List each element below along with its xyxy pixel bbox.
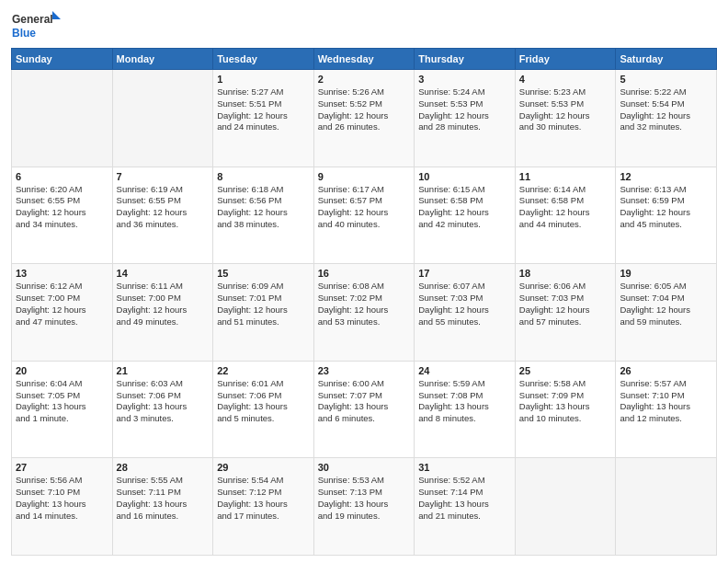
day-number: 16 [318, 268, 411, 279]
logo-svg: General Blue [11, 9, 63, 42]
svg-text:Blue: Blue [12, 27, 36, 40]
weekday-header-saturday: Saturday [616, 49, 717, 70]
day-number: 23 [318, 365, 411, 376]
day-number: 29 [217, 462, 310, 473]
calendar-cell: 20Sunrise: 6:04 AM Sunset: 7:05 PM Dayli… [12, 361, 113, 458]
calendar-cell: 5Sunrise: 5:22 AM Sunset: 5:54 PM Daylig… [616, 70, 717, 167]
calendar-cell: 7Sunrise: 6:19 AM Sunset: 6:55 PM Daylig… [112, 167, 213, 264]
calendar-week-3: 13Sunrise: 6:12 AM Sunset: 7:00 PM Dayli… [12, 264, 717, 362]
day-info: Sunrise: 5:26 AM Sunset: 5:52 PM Dayligh… [318, 86, 411, 133]
day-number: 5 [620, 74, 712, 85]
day-number: 8 [217, 171, 310, 182]
day-info: Sunrise: 6:05 AM Sunset: 7:04 PM Dayligh… [620, 281, 712, 327]
weekday-header-friday: Friday [515, 49, 616, 70]
calendar-cell: 11Sunrise: 6:14 AM Sunset: 6:58 PM Dayli… [515, 167, 616, 264]
day-info: Sunrise: 6:07 AM Sunset: 7:03 PM Dayligh… [418, 281, 511, 327]
day-number: 26 [620, 365, 712, 376]
day-info: Sunrise: 5:52 AM Sunset: 7:14 PM Dayligh… [418, 475, 511, 522]
weekday-header-monday: Monday [112, 49, 213, 70]
day-info: Sunrise: 6:15 AM Sunset: 6:58 PM Dayligh… [418, 184, 511, 231]
day-info: Sunrise: 5:27 AM Sunset: 5:51 PM Dayligh… [217, 86, 310, 133]
weekday-header-thursday: Thursday [415, 49, 516, 70]
weekday-header-row: SundayMondayTuesdayWednesdayThursdayFrid… [12, 49, 717, 70]
day-info: Sunrise: 6:11 AM Sunset: 7:00 PM Dayligh… [117, 281, 210, 327]
calendar-cell: 2Sunrise: 5:26 AM Sunset: 5:52 PM Daylig… [313, 70, 415, 167]
page: General Blue SundayMondayTuesdayWednesda… [0, 0, 728, 563]
calendar-cell: 24Sunrise: 5:59 AM Sunset: 7:08 PM Dayli… [415, 361, 516, 458]
calendar-cell: 28Sunrise: 5:55 AM Sunset: 7:11 PM Dayli… [112, 458, 213, 556]
day-number: 3 [418, 74, 511, 85]
day-info: Sunrise: 6:12 AM Sunset: 7:00 PM Dayligh… [16, 281, 108, 327]
day-number: 1 [217, 74, 310, 85]
day-number: 9 [318, 171, 411, 182]
calendar-cell: 4Sunrise: 5:23 AM Sunset: 5:53 PM Daylig… [515, 70, 616, 167]
day-info: Sunrise: 5:59 AM Sunset: 7:08 PM Dayligh… [418, 378, 511, 425]
day-number: 12 [620, 171, 712, 182]
day-info: Sunrise: 5:22 AM Sunset: 5:54 PM Dayligh… [620, 86, 712, 133]
day-info: Sunrise: 6:14 AM Sunset: 6:58 PM Dayligh… [519, 184, 612, 231]
day-number: 4 [519, 74, 612, 85]
day-number: 14 [117, 268, 210, 279]
calendar-cell: 23Sunrise: 6:00 AM Sunset: 7:07 PM Dayli… [313, 361, 415, 458]
calendar-cell: 9Sunrise: 6:17 AM Sunset: 6:57 PM Daylig… [313, 167, 415, 264]
day-info: Sunrise: 5:55 AM Sunset: 7:11 PM Dayligh… [117, 475, 210, 522]
day-info: Sunrise: 5:23 AM Sunset: 5:53 PM Dayligh… [519, 86, 612, 133]
day-number: 25 [519, 365, 612, 376]
day-info: Sunrise: 6:17 AM Sunset: 6:57 PM Dayligh… [318, 184, 411, 231]
day-info: Sunrise: 6:19 AM Sunset: 6:55 PM Dayligh… [117, 184, 210, 231]
day-info: Sunrise: 6:09 AM Sunset: 7:01 PM Dayligh… [217, 281, 310, 327]
weekday-header-wednesday: Wednesday [313, 49, 415, 70]
day-info: Sunrise: 6:13 AM Sunset: 6:59 PM Dayligh… [620, 184, 712, 231]
svg-text:General: General [12, 13, 53, 26]
day-info: Sunrise: 5:54 AM Sunset: 7:12 PM Dayligh… [217, 475, 310, 522]
calendar-cell: 27Sunrise: 5:56 AM Sunset: 7:10 PM Dayli… [12, 458, 113, 556]
day-number: 13 [16, 268, 108, 279]
calendar-cell: 13Sunrise: 6:12 AM Sunset: 7:00 PM Dayli… [12, 264, 113, 362]
day-info: Sunrise: 5:24 AM Sunset: 5:53 PM Dayligh… [418, 86, 511, 133]
day-info: Sunrise: 6:08 AM Sunset: 7:02 PM Dayligh… [318, 281, 411, 327]
day-number: 27 [16, 462, 108, 473]
calendar-cell: 3Sunrise: 5:24 AM Sunset: 5:53 PM Daylig… [415, 70, 516, 167]
day-info: Sunrise: 6:01 AM Sunset: 7:06 PM Dayligh… [217, 378, 310, 425]
day-number: 7 [117, 171, 210, 182]
day-number: 20 [16, 365, 108, 376]
calendar-cell: 1Sunrise: 5:27 AM Sunset: 5:51 PM Daylig… [213, 70, 314, 167]
day-info: Sunrise: 5:56 AM Sunset: 7:10 PM Dayligh… [16, 475, 108, 522]
day-number: 24 [418, 365, 511, 376]
calendar-cell: 8Sunrise: 6:18 AM Sunset: 6:56 PM Daylig… [213, 167, 314, 264]
calendar-table: SundayMondayTuesdayWednesdayThursdayFrid… [11, 48, 717, 556]
day-info: Sunrise: 6:06 AM Sunset: 7:03 PM Dayligh… [519, 281, 612, 327]
day-number: 19 [620, 268, 712, 279]
day-number: 17 [418, 268, 511, 279]
calendar-cell: 17Sunrise: 6:07 AM Sunset: 7:03 PM Dayli… [415, 264, 516, 362]
calendar-cell: 21Sunrise: 6:03 AM Sunset: 7:06 PM Dayli… [112, 361, 213, 458]
calendar-cell: 18Sunrise: 6:06 AM Sunset: 7:03 PM Dayli… [515, 264, 616, 362]
calendar-week-5: 27Sunrise: 5:56 AM Sunset: 7:10 PM Dayli… [12, 458, 717, 556]
day-info: Sunrise: 6:04 AM Sunset: 7:05 PM Dayligh… [16, 378, 108, 425]
calendar-cell: 15Sunrise: 6:09 AM Sunset: 7:01 PM Dayli… [213, 264, 314, 362]
day-info: Sunrise: 6:00 AM Sunset: 7:07 PM Dayligh… [318, 378, 411, 425]
calendar-cell: 29Sunrise: 5:54 AM Sunset: 7:12 PM Dayli… [213, 458, 314, 556]
day-info: Sunrise: 6:18 AM Sunset: 6:56 PM Dayligh… [217, 184, 310, 231]
day-info: Sunrise: 6:20 AM Sunset: 6:55 PM Dayligh… [16, 184, 108, 231]
day-info: Sunrise: 5:58 AM Sunset: 7:09 PM Dayligh… [519, 378, 612, 425]
calendar-cell [12, 70, 113, 167]
calendar-week-1: 1Sunrise: 5:27 AM Sunset: 5:51 PM Daylig… [12, 70, 717, 167]
day-number: 2 [318, 74, 411, 85]
calendar-week-2: 6Sunrise: 6:20 AM Sunset: 6:55 PM Daylig… [12, 167, 717, 264]
day-number: 11 [519, 171, 612, 182]
calendar-week-4: 20Sunrise: 6:04 AM Sunset: 7:05 PM Dayli… [12, 361, 717, 458]
calendar-cell: 25Sunrise: 5:58 AM Sunset: 7:09 PM Dayli… [515, 361, 616, 458]
weekday-header-tuesday: Tuesday [213, 49, 314, 70]
day-info: Sunrise: 5:53 AM Sunset: 7:13 PM Dayligh… [318, 475, 411, 522]
calendar-cell: 19Sunrise: 6:05 AM Sunset: 7:04 PM Dayli… [616, 264, 717, 362]
calendar-cell [616, 458, 717, 556]
day-number: 30 [318, 462, 411, 473]
logo: General Blue [11, 9, 63, 42]
calendar-cell: 16Sunrise: 6:08 AM Sunset: 7:02 PM Dayli… [313, 264, 415, 362]
day-number: 18 [519, 268, 612, 279]
day-number: 15 [217, 268, 310, 279]
day-number: 10 [418, 171, 511, 182]
day-number: 22 [217, 365, 310, 376]
calendar-cell: 10Sunrise: 6:15 AM Sunset: 6:58 PM Dayli… [415, 167, 516, 264]
